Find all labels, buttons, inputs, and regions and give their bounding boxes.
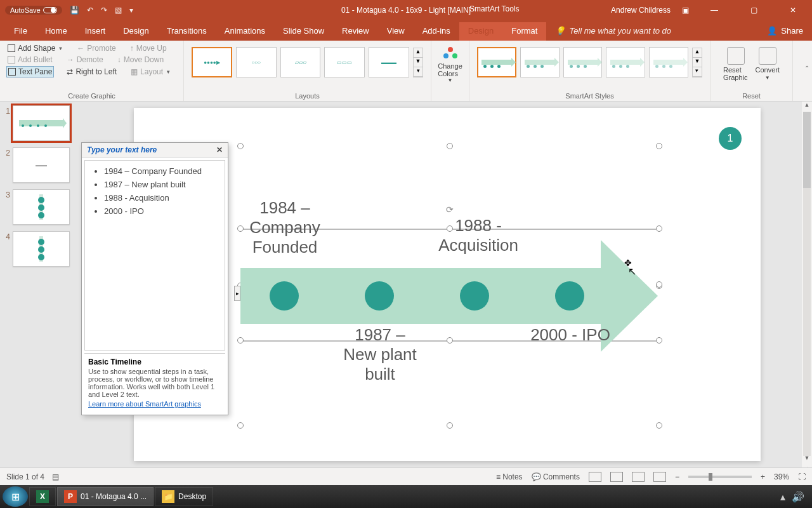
convert-button[interactable]: Convert▼ xyxy=(755,47,780,81)
save-icon[interactable]: 💾 xyxy=(70,6,79,15)
task-powerpoint[interactable]: P01 - Motagua 4.0 ... xyxy=(57,487,154,506)
share-icon: 👤 xyxy=(767,26,777,36)
layout-option-3[interactable]: ▱▱▱ xyxy=(280,47,321,77)
tab-animations[interactable]: Animations xyxy=(216,22,274,41)
slide-thumb-3[interactable] xyxy=(13,189,70,225)
style-option-5[interactable] xyxy=(649,47,688,77)
collapse-ribbon-icon[interactable]: ⌃ xyxy=(804,65,809,72)
view-normal-icon[interactable] xyxy=(589,472,601,482)
tab-smartart-design[interactable]: Design xyxy=(459,22,502,41)
change-colors-button[interactable]: Change Colors▼ xyxy=(438,43,462,92)
tab-slideshow[interactable]: Slide Show xyxy=(274,22,333,41)
autosave-toggle[interactable]: AutoSave xyxy=(5,6,62,15)
undo-icon[interactable]: ↶ xyxy=(87,6,93,15)
layouts-scroll[interactable]: ▲▼▾ xyxy=(413,48,423,77)
tab-file[interactable]: File xyxy=(5,22,36,41)
qat-more-icon[interactable]: ▾ xyxy=(129,6,133,15)
zoom-out-icon[interactable]: − xyxy=(675,472,679,481)
promote-button[interactable]: ← Promote xyxy=(75,43,117,53)
layout-option-2[interactable]: ○○○ xyxy=(236,47,277,77)
slide-thumb-1[interactable] xyxy=(13,105,70,141)
start-button[interactable]: ⊞ xyxy=(3,486,28,507)
maximize-button[interactable]: ▢ xyxy=(740,0,768,20)
styles-scroll[interactable]: ▲▼▾ xyxy=(692,48,702,77)
tray-sound-icon[interactable]: 🔊 xyxy=(792,491,804,503)
tab-view[interactable]: View xyxy=(378,22,414,41)
text-pane-learn-more-link[interactable]: Learn more about SmartArt graphics xyxy=(88,400,201,408)
spellcheck-icon[interactable]: ▤ xyxy=(52,472,59,481)
tab-smartart-format[interactable]: Format xyxy=(502,22,546,41)
style-option-1[interactable] xyxy=(477,47,516,77)
view-reading-icon[interactable] xyxy=(632,472,645,482)
group-smartart-styles: SmartArt Styles xyxy=(469,92,710,100)
move-down-button[interactable]: ↓ Move Down xyxy=(116,55,165,65)
layout-button[interactable]: ▦ Layout▼ xyxy=(129,66,172,77)
layout-option-4[interactable]: ▭▭▭ xyxy=(324,47,365,77)
text-pane-list[interactable]: 1984 – Company Founded 1987 – New plant … xyxy=(84,160,225,351)
zoom-in-icon[interactable]: + xyxy=(761,472,765,481)
zoom-slider[interactable] xyxy=(688,476,752,478)
timeline-label-4[interactable]: 2000 - IPO xyxy=(523,325,618,345)
text-pane-footer-desc: Use to show sequential steps in a task, … xyxy=(88,368,221,398)
tab-transitions[interactable]: Transitions xyxy=(158,22,216,41)
redo-icon[interactable]: ↷ xyxy=(101,6,107,15)
tray-chevron-icon[interactable]: ▴ xyxy=(780,491,785,503)
style-option-3[interactable] xyxy=(563,47,603,77)
add-shape-button[interactable]: Add Shape▼ xyxy=(6,43,64,53)
text-pane-item[interactable]: 1988 - Acquisition xyxy=(104,191,222,204)
timeline-label-3[interactable]: 1988 -Acquisition xyxy=(431,216,526,255)
move-up-button[interactable]: ↑ Move Up xyxy=(129,43,168,53)
smartart-text-pane[interactable]: Type your text here ✕ 1984 – Company Fou… xyxy=(81,142,228,415)
view-sorter-icon[interactable] xyxy=(610,472,623,482)
timeline-node-2[interactable] xyxy=(365,281,394,311)
text-pane-button[interactable]: Text Pane xyxy=(6,66,54,77)
system-tray[interactable]: ▴🔊 xyxy=(775,491,809,503)
ribbon-display-icon[interactable]: ▣ xyxy=(682,6,689,15)
task-excel[interactable]: X xyxy=(29,487,56,506)
fit-to-window-icon[interactable]: ⛶ xyxy=(798,472,806,481)
right-to-left-button[interactable]: ⇄ Right to Left xyxy=(65,66,118,77)
slide-thumb-2[interactable]: ▬▬▬ xyxy=(13,147,70,183)
slide-thumb-4[interactable] xyxy=(13,231,70,267)
layout-option-5[interactable]: ▬▬▬ xyxy=(369,47,409,77)
layout-basic-timeline[interactable]: ●●●●▶ xyxy=(192,47,232,77)
close-button[interactable]: ✕ xyxy=(779,0,807,20)
rotate-handle-icon[interactable]: ⟳ xyxy=(446,204,454,215)
tab-home[interactable]: Home xyxy=(36,22,76,41)
reset-graphic-button[interactable]: Reset Graphic xyxy=(723,47,749,81)
text-pane-item[interactable]: 1984 – Company Founded xyxy=(104,164,222,178)
text-pane-close-icon[interactable]: ✕ xyxy=(216,145,223,154)
text-pane-toggle-tab[interactable]: ▸ xyxy=(234,286,240,301)
slide-number-badge: 1 xyxy=(719,127,742,150)
tab-review[interactable]: Review xyxy=(333,22,378,41)
smartart-selection[interactable]: ▸ ⟳ 1984 xyxy=(240,146,659,425)
timeline-label-1[interactable]: 1984 –CompanyFounded xyxy=(247,198,323,258)
add-bullet-button[interactable]: Add Bullet xyxy=(6,55,54,65)
text-pane-item[interactable]: 1987 – New plant built xyxy=(104,178,222,191)
timeline-node-4[interactable] xyxy=(555,281,584,311)
zoom-percent[interactable]: 39% xyxy=(774,472,789,481)
tab-insert[interactable]: Insert xyxy=(76,22,115,41)
user-name[interactable]: Andrew Childress xyxy=(611,6,671,15)
vertical-scrollbar[interactable]: ▲ ▼▴▾ xyxy=(802,102,812,485)
tab-design[interactable]: Design xyxy=(114,22,157,41)
text-pane-item[interactable]: 2000 - IPO xyxy=(104,204,222,218)
timeline-node-3[interactable] xyxy=(460,281,489,311)
slideshow-qat-icon[interactable]: ▧ xyxy=(115,6,122,15)
timeline-node-1[interactable] xyxy=(270,281,299,311)
style-option-4[interactable] xyxy=(606,47,645,77)
view-slideshow-icon[interactable] xyxy=(653,472,666,482)
share-button[interactable]: 👤Share xyxy=(758,22,812,41)
style-option-2[interactable] xyxy=(520,47,560,77)
task-desktop-folder[interactable]: 📁Desktop xyxy=(155,487,213,506)
comments-button[interactable]: 💬 Comments xyxy=(532,472,580,481)
timeline-label-2[interactable]: 1987 –New plantbuilt xyxy=(339,325,421,385)
minimize-button[interactable]: — xyxy=(700,0,728,20)
tab-addins[interactable]: Add-ins xyxy=(414,22,459,41)
slide-thumbnails-panel: 1 2 ▬▬▬ 3 4 xyxy=(0,102,82,485)
title-bar: AutoSave 💾 ↶ ↷ ▧ ▾ 01 - Motagua 4.0 - 16… xyxy=(0,0,812,20)
demote-button[interactable]: → Demote xyxy=(65,55,105,65)
thumb-number: 1 xyxy=(3,105,10,116)
notes-button[interactable]: ≡ Notes xyxy=(496,472,523,481)
tell-me-search[interactable]: 💡Tell me what you want to do xyxy=(546,22,680,41)
